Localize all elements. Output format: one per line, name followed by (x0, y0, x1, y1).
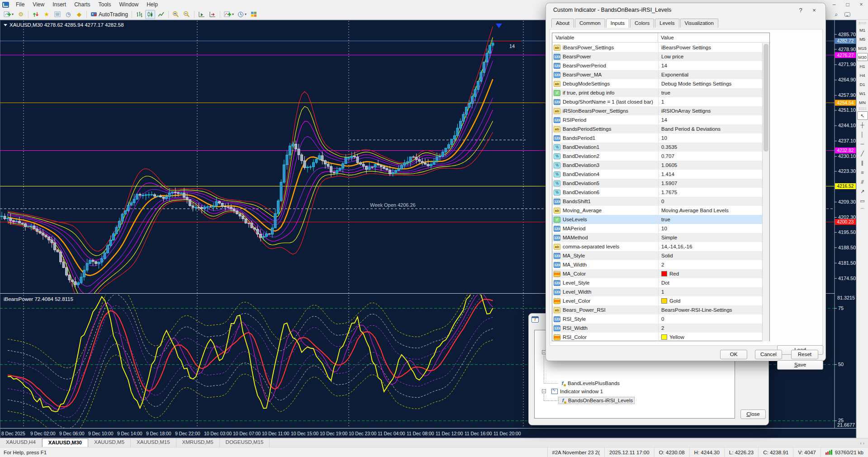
dialog-close-button[interactable]: × (807, 7, 821, 14)
dialog-help-button[interactable]: ? (794, 7, 807, 14)
param-value[interactable]: 0.707 (658, 152, 763, 161)
minimize-button[interactable]: – (827, 0, 841, 9)
timeframe-m5-button[interactable]: M5 (857, 35, 868, 43)
param-value[interactable]: 0 (658, 197, 763, 206)
zoom-out-button[interactable] (182, 10, 192, 19)
tree-item-bandlevelsplusbands[interactable]: fBandLevelsPlusBands (558, 380, 621, 387)
param-row-maperiod[interactable]: 123MAPeriod10 (552, 224, 763, 233)
param-row-level-style[interactable]: 123Level_StyleDot (552, 278, 763, 287)
new-chart-button[interactable]: ▾ (2, 10, 15, 19)
templates-button[interactable] (249, 10, 259, 19)
scrollbar-thumb[interactable] (764, 44, 768, 152)
param-value[interactable]: Gold (658, 296, 763, 305)
chart-tab-xauusd-h4[interactable]: XAUUSD,H4 (0, 438, 42, 447)
ok-button[interactable]: OK (720, 350, 747, 359)
dialog-tab-visualization[interactable]: Visualization (680, 19, 718, 28)
chart-tab-xauusd-m30[interactable]: XAUUSD,M30 (42, 438, 88, 447)
tab-scroll-arrows[interactable]: ‹ › (860, 441, 864, 447)
param-value[interactable]: 1.0605 (658, 161, 763, 170)
param-row-bears-power-rsi[interactable]: abBears_Power_RSIBearsPower-RSI-Line-Set… (552, 305, 763, 314)
dialog-tab-inputs[interactable]: Inputs (606, 19, 629, 28)
zoom-in-button[interactable] (171, 10, 181, 19)
param-row-banddeviation4[interactable]: ½BandDeviation41.414 (552, 170, 763, 179)
menu-insert[interactable]: Insert (48, 0, 70, 9)
parallel-lines-icon[interactable]: ⫻ (857, 178, 868, 186)
param-row-uselevels[interactable]: √UseLevelstrue (552, 215, 763, 224)
param-value[interactable]: Band Period & Deviations (658, 124, 763, 133)
param-row-bearspower-ma[interactable]: 123BearsPower_MAExponential (552, 70, 763, 79)
param-value[interactable]: 1.7675 (658, 188, 763, 197)
channel-icon[interactable]: ∥ (857, 159, 868, 167)
table-scrollbar[interactable] (762, 43, 769, 341)
timeframe-m30-button[interactable]: M30 (857, 53, 868, 61)
indicators-button[interactable]: ▾ (223, 10, 235, 19)
dialog-tab-levels[interactable]: Levels (655, 19, 679, 28)
param-row-bandsperiod1[interactable]: 123BandsPeriod110 (552, 133, 763, 143)
param-row-moving-average[interactable]: abMoving_AverageMoving Average Band Leve… (552, 206, 763, 215)
navigator-button[interactable]: ★ (42, 10, 52, 19)
auto-scroll-button[interactable] (197, 10, 207, 19)
menu-charts[interactable]: Charts (70, 0, 94, 9)
chart-tab-xauusd-m5[interactable]: XAUUSD,M5 (88, 438, 131, 447)
chart-shift-button[interactable] (208, 10, 218, 19)
param-value[interactable]: Moving Average Band Levels (658, 206, 763, 215)
cursor-icon[interactable]: ↖ (857, 111, 868, 120)
chat-icon[interactable] (842, 10, 852, 19)
param-row-comma-separated-levels[interactable]: abcomma-separated levels14,-14,16,-16 (552, 242, 763, 251)
param-row-mamethod[interactable]: 123MAMethodSimple (552, 233, 763, 242)
profiles-button[interactable]: ⚙ (16, 10, 26, 19)
arrow-icon[interactable]: ↗ (857, 187, 868, 196)
param-value[interactable]: 2 (658, 324, 763, 333)
param-value[interactable]: true (658, 88, 763, 97)
timeframe-w1-button[interactable]: W1 (857, 89, 868, 97)
param-row-rsi-style[interactable]: 123RSI_Style0 (552, 314, 763, 324)
param-row-irsionbearspower-settigns[interactable]: abiRSIonBearsPower_SettignsiRSIOnArray S… (552, 106, 763, 115)
save-button[interactable]: Save (777, 360, 823, 370)
param-row-ma-width[interactable]: 123MA_Width2 (552, 260, 763, 269)
param-value[interactable]: Solid (658, 251, 763, 260)
curve-icon[interactable]: ⌒ (857, 206, 868, 215)
menu-window[interactable]: Window (115, 0, 143, 9)
param-row-bandsperiodsettings[interactable]: abBandsPeriodSettingsBand Period & Devia… (552, 124, 763, 133)
param-row-if-true-print-debug-info[interactable]: √if true, print debug infotrue (552, 88, 763, 97)
tree-item-indicator-window-1[interactable]: Indicator window 1 (550, 388, 604, 395)
chart-tab-dogeusd-m15[interactable]: DOGEUSD,M15 (220, 438, 270, 447)
timeframe-mn-button[interactable]: MN (857, 98, 868, 106)
param-row-level-color[interactable]: Level_ColorGold (552, 296, 763, 305)
param-value[interactable]: 1 (658, 97, 763, 106)
timeframe-m15-button[interactable]: M15 (857, 44, 868, 52)
param-row-ma-style[interactable]: 123MA_StyleSolid (552, 251, 763, 260)
search-icon[interactable]: ⌕ (831, 10, 841, 19)
param-row-banddeviation3[interactable]: ½BandDeviation31.0605 (552, 161, 763, 170)
menu-help[interactable]: Help (142, 0, 162, 9)
param-row-banddeviation6[interactable]: ½BandDeviation61.7675 (552, 188, 763, 197)
param-row-rsiperiod[interactable]: 123RSIPeriod14 (552, 115, 763, 124)
param-value[interactable]: Red (658, 269, 763, 278)
timeframe-h1-button[interactable]: H1 (857, 62, 868, 70)
param-value[interactable]: 14 (658, 115, 763, 124)
param-value[interactable]: Dot (658, 278, 763, 287)
tree-expand-icon[interactable]: − (542, 389, 546, 393)
line-chart-button[interactable] (156, 10, 166, 19)
param-row-rsi-color[interactable]: RSI_ColorYellow (552, 333, 763, 342)
param-value[interactable]: iRSIOnArray Settigns (658, 106, 763, 115)
dialog-tab-colors[interactable]: Colors (630, 19, 654, 28)
param-row-debugmodesettings[interactable]: abDebugModeSettingsDebug Mode Settings S… (552, 79, 763, 88)
menu-file[interactable]: File (12, 0, 28, 9)
param-row-banddeviation2[interactable]: ½BandDeviation20.707 (552, 152, 763, 161)
dialog-tab-about[interactable]: About (551, 19, 574, 28)
market-watch-button[interactable] (31, 10, 41, 19)
param-row-ibearspower-settings[interactable]: abiBearsPower_SettingsiBearsPower Settin… (552, 43, 763, 52)
param-row-bearspower[interactable]: 123BearsPowerLow price (552, 52, 763, 61)
timeframe-m1-button[interactable]: M1 (857, 26, 868, 34)
param-value[interactable]: Low price (658, 52, 763, 61)
param-value[interactable]: 0 (658, 314, 763, 324)
param-row-level-width[interactable]: 123Level_Width1 (552, 287, 763, 296)
new-order-button[interactable]: ◆ (74, 10, 84, 19)
param-value[interactable]: Debug Mode Settings Settings (658, 79, 763, 88)
param-row-rsi-width[interactable]: 123RSI_Width2 (552, 324, 763, 333)
strategy-tester-button[interactable]: ◷ (63, 10, 73, 19)
param-row-bearspowerperiod[interactable]: 123BearsPowerPeriod14 (552, 61, 763, 70)
param-value[interactable]: 1.5907 (658, 179, 763, 188)
timeframe-d1-button[interactable]: D1 (857, 80, 868, 88)
